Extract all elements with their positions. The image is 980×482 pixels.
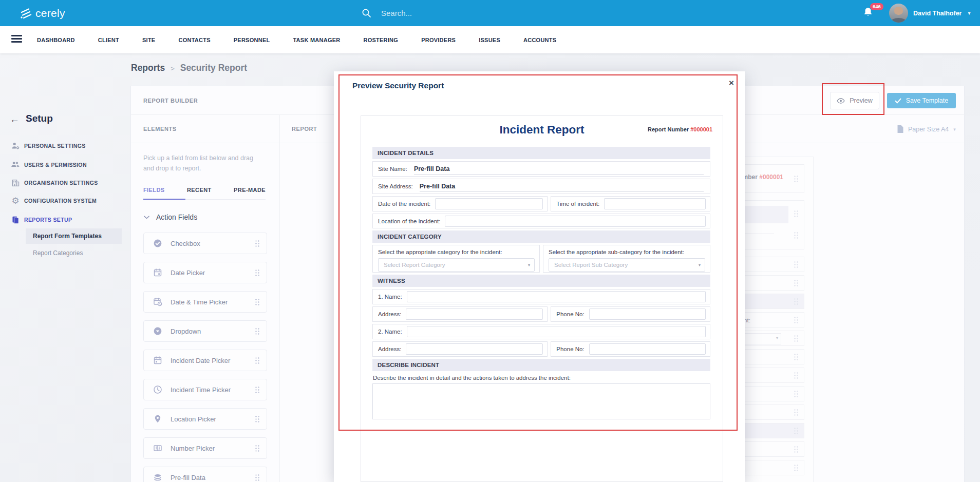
sidebar-item-organisation-settings[interactable]: ORGANISATION SETTINGS — [0, 175, 122, 190]
search-icon — [362, 8, 371, 18]
site-address-underline: Pre-fill Data — [420, 181, 704, 192]
sidebar-item-configuration-system[interactable]: ⚙ CONFIGURATION SYSTEM — [0, 193, 122, 208]
action-fields-toggle[interactable]: Action Fields — [144, 213, 197, 221]
drag-handle-icon[interactable] — [255, 269, 260, 277]
action-fields-label: Action Fields — [156, 213, 197, 221]
sidebar-item-personal-settings[interactable]: PERSONAL SETTINGS — [0, 138, 122, 153]
breadcrumb-current: Security Report — [180, 63, 247, 73]
witness-1-address-input[interactable] — [406, 309, 543, 320]
fields-tabs: FIELDS RECENT PRE-MADE — [143, 182, 266, 200]
address-label: Address: — [378, 311, 401, 317]
drag-handle-icon[interactable] — [255, 445, 260, 452]
nav-item-personnel[interactable]: PERSONNEL — [234, 37, 270, 43]
phone-label: Phone No: — [556, 346, 584, 352]
avatar[interactable] — [889, 4, 908, 23]
nav-item-contacts[interactable]: CONTACTS — [178, 37, 210, 43]
site-name-underline: Pre-fill Data — [414, 164, 704, 175]
nav-item-dashboard[interactable]: DASHBOARD — [37, 37, 75, 43]
number-input-icon — [153, 444, 162, 453]
close-icon[interactable]: × — [729, 78, 734, 88]
section-header-describe-incident: DESCRIBE INCIDENT — [372, 359, 710, 371]
drag-handle-icon[interactable] — [255, 240, 260, 247]
date-input[interactable] — [435, 198, 543, 209]
field-card-location-picker[interactable]: Location Picker — [143, 408, 267, 430]
eye-icon — [837, 98, 845, 104]
nav-item-task-manager[interactable]: TASK MANAGER — [293, 37, 340, 43]
tab-pre-made[interactable]: PRE-MADE — [234, 182, 266, 199]
drag-hint-text: Pick up a field from list below and drag… — [143, 153, 264, 173]
date-time-row: Date of the incident: Time of incident: — [372, 196, 710, 211]
witness-1-address-cell: Address: — [372, 306, 548, 322]
field-card-date-time-picker[interactable]: Date & Time Picker — [143, 291, 267, 313]
location-row: Location of the incident: — [372, 214, 710, 228]
menu-toggle-button[interactable] — [11, 35, 22, 44]
sidebar-item-label: ORGANISATION SETTINGS — [24, 180, 98, 186]
sidebar-item-users-permission[interactable]: USERS & PERMISSION — [0, 157, 122, 172]
nav-item-issues[interactable]: ISSUES — [479, 37, 500, 43]
check-icon — [895, 98, 901, 104]
column-divider — [279, 115, 280, 482]
preview-button[interactable]: Preview — [830, 92, 879, 109]
nav-item-providers[interactable]: PROVIDERS — [421, 37, 456, 43]
field-card-incident-date-picker[interactable]: Incident Date Picker — [143, 350, 267, 371]
category-row: Select the appropriate category for the … — [372, 245, 710, 273]
location-input[interactable] — [445, 216, 706, 227]
notifications-button[interactable]: 646 — [863, 7, 883, 22]
field-card-checkbox[interactable]: Checkbox — [143, 233, 267, 254]
drag-handle-icon — [794, 210, 799, 218]
drag-handle-icon[interactable] — [255, 327, 260, 335]
sidebar-subitem-report-form-templates[interactable]: Report Form Templates — [26, 228, 122, 244]
sidebar-subitem-report-categories[interactable]: Report Categories — [33, 249, 83, 257]
back-arrow-icon[interactable]: ← — [10, 114, 20, 125]
field-card-number-picker[interactable]: Number Picker — [143, 437, 267, 459]
chevron-down-icon — [144, 216, 149, 219]
tab-recent[interactable]: RECENT — [187, 182, 212, 199]
nav-item-accounts[interactable]: ACCOUNTS — [523, 37, 556, 43]
sidebar-item-reports-setup[interactable]: REPORTS SETUP — [0, 212, 122, 227]
category-select[interactable]: Select Report Category ▾ — [378, 258, 535, 272]
drag-handle-icon[interactable] — [255, 415, 260, 423]
active-tab-underline — [143, 199, 185, 200]
global-search[interactable]: Search... — [362, 0, 412, 26]
witness-1-name-input[interactable] — [407, 291, 706, 302]
nav-item-site[interactable]: SITE — [142, 37, 155, 43]
describe-instruction: Describe the incident in detail and the … — [373, 375, 710, 381]
field-card-incident-time-picker[interactable]: Incident Time Picker — [143, 379, 267, 400]
subcategory-select[interactable]: Select Report Sub Category ▾ — [549, 258, 705, 272]
breadcrumb-reports[interactable]: Reports — [131, 63, 165, 73]
checkbox-icon — [153, 239, 162, 248]
drag-handle-icon[interactable] — [255, 386, 260, 394]
drag-handle-icon — [794, 232, 799, 239]
field-card-date-picker[interactable]: Date Picker — [143, 262, 267, 283]
drag-handle-icon[interactable] — [255, 298, 260, 306]
field-card-label: Checkbox — [171, 240, 200, 247]
witness-2-address-input[interactable] — [406, 343, 543, 355]
witness-2-name-label: 2. Name: — [378, 329, 402, 335]
paper-size-label: Paper Size A4 — [908, 126, 949, 133]
logo[interactable]: cerely — [18, 0, 65, 26]
save-template-button[interactable]: Save Template — [887, 93, 956, 108]
time-input[interactable] — [604, 198, 706, 209]
site-address-label: Site Address: — [378, 183, 413, 189]
user-menu[interactable]: David Thalhofer ▾ — [913, 0, 971, 26]
paper-size-dropdown[interactable]: Paper Size A4 ▾ — [897, 115, 956, 143]
describe-textarea[interactable] — [372, 383, 710, 419]
site-address-value: Pre-fill Data — [420, 183, 455, 191]
witness-1-phone-input[interactable] — [589, 309, 706, 320]
drag-handle-icon[interactable] — [255, 357, 260, 364]
section-header-witness: WITNESS — [372, 275, 710, 287]
modal-title: Preview Security Report — [352, 81, 444, 90]
drag-handle-icon[interactable] — [255, 474, 260, 481]
witness-2-phone-input[interactable] — [589, 343, 706, 355]
field-card-label: Dropdown — [171, 327, 201, 335]
witness-2-name-input[interactable] — [407, 326, 706, 337]
site-name-row: Site Name: Pre-fill Data — [372, 161, 710, 177]
field-card-dropdown[interactable]: Dropdown — [143, 320, 267, 342]
nav-item-client[interactable]: CLIENT — [98, 37, 119, 43]
category-cell: Select the appropriate category for the … — [372, 245, 540, 273]
tab-fields[interactable]: FIELDS — [143, 182, 165, 199]
field-card-pre-fill-data[interactable]: Pre-fill Data — [143, 467, 267, 482]
report-number: Report Number #000001 — [648, 126, 712, 132]
witness-1-address-phone-row: Address: Phone No: — [372, 306, 710, 322]
nav-item-rostering[interactable]: ROSTERING — [363, 37, 398, 43]
